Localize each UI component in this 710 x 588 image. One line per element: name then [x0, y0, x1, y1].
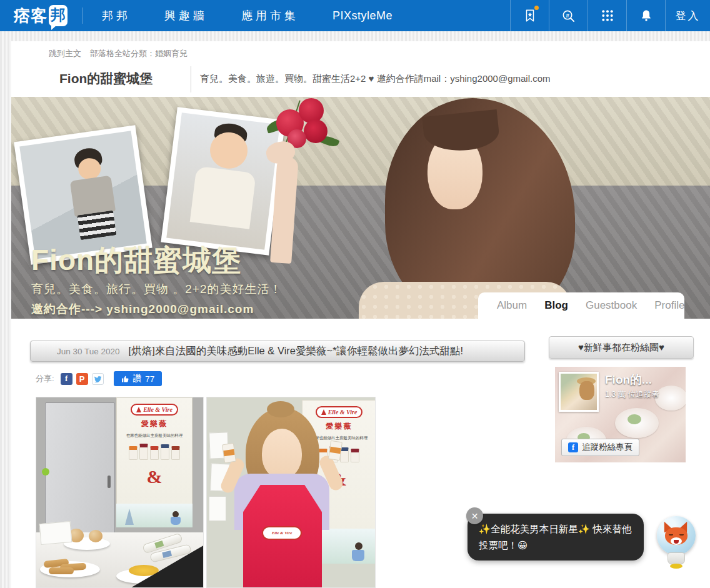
bookmark-star-icon[interactable] [510, 0, 549, 31]
nav-item-pixstyleme[interactable]: PIXstyleMe [332, 9, 392, 22]
rose-flower [304, 119, 328, 143]
fox-eye [669, 534, 673, 536]
like-count: 77 [145, 374, 154, 384]
fan-page-avatar[interactable] [559, 372, 599, 412]
article-photo-left[interactable]: Elle & Vire 愛樂薇 在家也能做出主廚般美味的料理 & [36, 397, 204, 588]
profile-tabs: Album Blog Guestbook Profile [478, 292, 684, 319]
fox-mascot[interactable] [657, 516, 696, 555]
cream-carton [161, 444, 169, 460]
tab-album[interactable]: Album [497, 299, 527, 312]
host-face [262, 429, 302, 479]
girl-illustration-body [171, 517, 181, 525]
butter-roll-label [162, 551, 172, 558]
notification-bell-icon[interactable] [626, 0, 665, 31]
facebook-like-button[interactable]: 讚 77 [114, 371, 162, 386]
eiffel-illustration [125, 509, 134, 525]
avatar-hair [579, 381, 594, 400]
door-latch [108, 476, 111, 488]
breadcrumb: 跳到主文 部落格全站分類：婚姻育兒 [49, 48, 188, 59]
baby-shirt [190, 166, 256, 229]
photo-boy-scene [19, 131, 147, 259]
brand-tagline: 在家也能做出主廚般美味的料理 [311, 435, 367, 441]
follow-page-button[interactable]: f 追蹤粉絲專頁 [561, 439, 639, 456]
eiffel-tower-icon [321, 409, 326, 415]
nav-item-bangbang[interactable]: 邦邦 [102, 8, 131, 23]
banner-title: Fion的甜蜜城堡 [31, 244, 282, 276]
facebook-f-icon: f [568, 442, 578, 452]
eiffel-tower-icon [136, 407, 141, 412]
nav-item-interest-wall[interactable]: 興趣牆 [164, 8, 208, 23]
facebook-fan-box: Fion的... 1.3 萬 位追蹤者 f 追蹤粉絲專頁 [555, 367, 686, 462]
toast-close-icon[interactable]: ✕ [466, 507, 483, 524]
girl-illustration-body [352, 550, 364, 561]
carton-band [223, 449, 234, 456]
thumbs-up-icon [121, 375, 129, 383]
table-card [39, 521, 72, 545]
article-title-bar: Jun 30 Tue 2020 [烘焙]來自法國的美味感動Elle & Vire… [30, 341, 525, 362]
banner-subtitle: 育兒。美食。旅行。買物 。2+2的美好生活！ [31, 281, 282, 297]
like-label: 讚 [133, 373, 142, 384]
girl-illustration-head [355, 542, 362, 550]
logo-bubble-tail [51, 25, 57, 30]
cream-carton [150, 446, 159, 460]
fan-page-name[interactable]: Fion的... [605, 372, 652, 388]
butter-roll-label [154, 541, 164, 549]
cream-carton [129, 446, 138, 460]
article-photo-right[interactable]: Elle & Vire 愛樂薇 在家也能做出主廚般美味的料理 & [206, 397, 376, 588]
vote-toast[interactable]: ✨全能花美男本日新星✨ 快來替他投票吧！😀 [468, 514, 644, 561]
share-label: 分享: [36, 373, 54, 384]
banner-illustration [116, 504, 192, 527]
brand-logo-text: Elle & Vire [143, 406, 172, 413]
wall-paper [209, 496, 226, 521]
apps-grid-icon[interactable] [588, 0, 626, 31]
brand-name-chinese: 愛樂薇 [141, 419, 168, 429]
host-hair-bun [267, 401, 294, 417]
nav-item-app-market[interactable]: 應用市集 [241, 8, 299, 23]
article-title[interactable]: [烘焙]來自法國的美味感動Elle & Vire愛樂薇~*讓你輕鬆做出夢幻法式甜… [129, 344, 464, 358]
svg-text:#: # [566, 11, 569, 18]
fan-club-header: ♥新鮮事都在粉絲團♥ [549, 336, 694, 359]
brand-banner-left: Elle & Vire 愛樂薇 在家也能做出主廚般美味的料理 & [116, 397, 192, 527]
door-knob [42, 468, 49, 476]
facebook-share-icon[interactable]: f [61, 373, 72, 385]
brand-logo: Elle & Vire [316, 406, 363, 418]
follow-button-label: 追蹤粉絲專頁 [582, 442, 632, 453]
logo-bubble: 邦 [49, 5, 68, 26]
skip-to-content-link[interactable]: 跳到主文 [49, 48, 81, 59]
banner-title-latin: Fion [31, 244, 94, 276]
twitter-share-icon[interactable] [92, 373, 104, 385]
product-cartons [129, 444, 180, 460]
logo-text: 痞客 [14, 5, 48, 27]
held-carton [222, 443, 236, 463]
toast-message: ✨全能花美男本日新星✨ 快來替他投票吧！😀 [479, 524, 632, 551]
tab-profile[interactable]: Profile [654, 299, 684, 312]
brand-name-chinese: 愛樂薇 [326, 421, 352, 432]
plurk-share-icon[interactable]: P [76, 373, 88, 385]
article-date: Jun 30 Tue 2020 [57, 347, 120, 356]
cream-carton [351, 449, 359, 462]
ampersand-graphic: & [147, 466, 162, 487]
nav-right-icons: # 登入 [510, 0, 710, 31]
brand-logo-text: Elle & Vire [328, 409, 358, 416]
hashtag-search-icon[interactable]: # [549, 0, 588, 31]
fox-eye [679, 534, 684, 536]
pixnet-blog-page: 痞客 邦 邦邦 興趣牆 應用市集 PIXstyleMe # 登入 [0, 0, 710, 588]
site-category-link[interactable]: 部落格全站分類：婚姻育兒 [90, 48, 188, 59]
login-button[interactable]: 登入 [665, 0, 710, 31]
teacup-plate [655, 386, 686, 411]
nav-divider [82, 7, 83, 24]
cream-carton [171, 446, 180, 460]
banner-contact: 邀約合作---> yshing2000@gmail.com [31, 301, 282, 317]
banner-title-rest: 的甜蜜城堡 [94, 244, 241, 276]
cream-carton [139, 444, 148, 460]
top-navbar: 痞客 邦 邦邦 興趣牆 應用市集 PIXstyleMe # 登入 [0, 0, 710, 31]
blog-banner[interactable]: Fion的甜蜜城堡 育兒。美食。旅行。買物 。2+2的美好生活！ 邀約合作---… [11, 97, 710, 319]
mascot-base [668, 552, 685, 565]
carton-band [330, 447, 341, 454]
tab-blog[interactable]: Blog [544, 299, 568, 312]
blog-title-link[interactable]: Fion的甜蜜城堡 [59, 70, 152, 87]
pixnet-logo[interactable]: 痞客 邦 [14, 5, 68, 27]
brand-logo: Elle & Vire [131, 404, 178, 416]
tab-guestbook[interactable]: Guestbook [586, 299, 637, 312]
apron-logo-patch: Elle & Vire [262, 526, 302, 540]
